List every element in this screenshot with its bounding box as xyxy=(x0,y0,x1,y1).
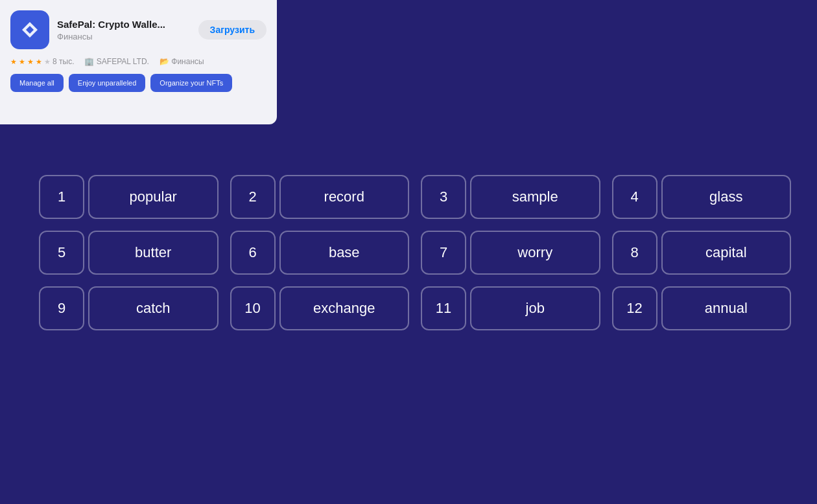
rating-count: 8 тыс. xyxy=(53,57,74,66)
seed-row-2: 5 butter 6 base 7 worry 8 capital xyxy=(39,231,791,275)
seed-item-12[interactable]: 12 annual xyxy=(612,286,792,330)
seed-item-2[interactable]: 2 record xyxy=(230,175,410,219)
download-button[interactable]: Загрузить xyxy=(198,20,266,40)
app-screenshots: Manage all Enjoy unparalleled Organize y… xyxy=(10,74,266,92)
seed-number-11: 11 xyxy=(421,286,466,330)
seed-word-2: record xyxy=(279,175,410,219)
seed-word-8: capital xyxy=(661,231,792,275)
seed-phrase-grid: 1 popular 2 record 3 sample 4 glass 5 bu… xyxy=(39,175,791,330)
seed-number-12: 12 xyxy=(612,286,657,330)
seed-word-5: butter xyxy=(88,231,219,275)
seed-item-8[interactable]: 8 capital xyxy=(612,231,792,275)
seed-word-1: popular xyxy=(88,175,219,219)
seed-word-4: glass xyxy=(661,175,792,219)
developer-label: 🏢 SAFEPAL LTD. xyxy=(84,57,148,66)
seed-row-3: 9 catch 10 exchange 11 job 12 annual xyxy=(39,286,791,330)
seed-word-9: catch xyxy=(88,286,219,330)
app-category: Финансы xyxy=(57,32,191,41)
seed-item-5[interactable]: 5 butter xyxy=(39,231,219,275)
seed-number-6: 6 xyxy=(230,231,276,275)
seed-item-11[interactable]: 11 job xyxy=(421,286,600,330)
seed-number-9: 9 xyxy=(39,286,84,330)
screenshot-btn-3[interactable]: Organize your NFTs xyxy=(150,74,232,92)
seed-item-10[interactable]: 10 exchange xyxy=(230,286,410,330)
seed-item-6[interactable]: 6 base xyxy=(230,231,410,275)
screenshot-btn-1[interactable]: Manage all xyxy=(10,74,64,92)
seed-item-3[interactable]: 3 sample xyxy=(421,175,600,219)
app-rating: ★ ★ ★ ★ ★ 8 тыс. xyxy=(10,57,74,66)
seed-item-9[interactable]: 9 catch xyxy=(39,286,219,330)
seed-number-8: 8 xyxy=(612,231,657,275)
seed-item-1[interactable]: 1 popular xyxy=(39,175,219,219)
app-store-card: SafePal: Crypto Walle... Финансы Загрузи… xyxy=(0,0,277,124)
category-label: 📂 Финансы xyxy=(160,57,204,66)
seed-number-10: 10 xyxy=(230,286,276,330)
seed-item-4[interactable]: 4 glass xyxy=(612,175,792,219)
seed-word-3: sample xyxy=(470,175,600,219)
seed-item-7[interactable]: 7 worry xyxy=(421,231,600,275)
seed-word-12: annual xyxy=(661,286,792,330)
seed-word-10: exchange xyxy=(279,286,410,330)
seed-number-7: 7 xyxy=(421,231,466,275)
seed-number-3: 3 xyxy=(421,175,466,219)
screenshot-btn-2[interactable]: Enjoy unparalleled xyxy=(69,74,146,92)
app-icon xyxy=(10,10,49,49)
seed-row-1: 1 popular 2 record 3 sample 4 glass xyxy=(39,175,791,219)
seed-number-4: 4 xyxy=(612,175,657,219)
seed-number-5: 5 xyxy=(39,231,84,275)
seed-word-7: worry xyxy=(470,231,600,275)
seed-number-2: 2 xyxy=(230,175,276,219)
seed-number-1: 1 xyxy=(39,175,84,219)
seed-word-6: base xyxy=(279,231,410,275)
seed-word-11: job xyxy=(470,286,600,330)
app-name: SafePal: Crypto Walle... xyxy=(57,19,191,30)
